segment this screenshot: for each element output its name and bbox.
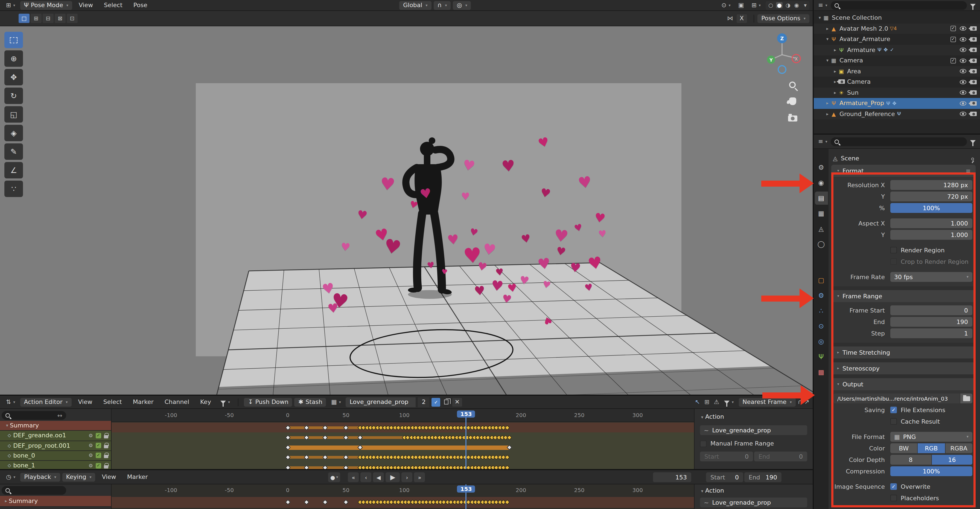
outliner-editor-icon[interactable]: ≡▾ (818, 2, 827, 9)
properties-editor-icon[interactable]: ≡▾ (818, 138, 827, 145)
properties-tab-particles[interactable]: ∴ (815, 304, 828, 318)
mode-dropdown[interactable]: ΨPose Mode▾ (20, 1, 72, 10)
channel-row-bone-0[interactable]: ◇bone_0⚙✓ (0, 451, 111, 461)
hide-eye-icon[interactable] (960, 91, 966, 95)
new-action-copy-icon[interactable] (444, 399, 449, 404)
render-camera-icon[interactable] (970, 101, 977, 105)
tool-move[interactable]: ✥ (5, 69, 23, 85)
current-frame-field[interactable]: 153 (653, 472, 691, 482)
render-camera-icon[interactable] (970, 27, 977, 31)
frame-end-field[interactable]: End190 (744, 472, 781, 482)
play-reverse-button[interactable]: ◀ (373, 472, 384, 482)
properties-tab-modifiers[interactable]: ⚙ (815, 289, 828, 302)
channel-enable-checkbox[interactable]: ✓ (96, 453, 101, 458)
lock-icon[interactable] (104, 435, 108, 439)
keyframe[interactable] (343, 425, 348, 430)
keyframe[interactable] (343, 455, 348, 460)
channel-row-def-greande-oo1[interactable]: ◇DEF_greande.oo1⚙✓ (0, 431, 111, 441)
channel-row-def-prop-root-001[interactable]: ◇DEF_prop_root.001⚙✓ (0, 441, 111, 451)
dopesheet-editor-icon[interactable]: ⇅▾ (3, 399, 18, 405)
keyframe[interactable] (322, 435, 328, 440)
driver-icon[interactable]: ⚙ (89, 453, 93, 458)
outliner-row-sun[interactable]: ▸☀Sun (814, 87, 980, 98)
dopesheet-mode-dropdown[interactable]: Action Editor▾ (20, 397, 72, 406)
select-mode-2[interactable]: ⊟ (43, 14, 54, 23)
snapping-dropdown[interactable]: ∩▾ (433, 1, 450, 10)
stash-button[interactable]: ✱Stash (294, 397, 326, 406)
keyframe[interactable] (507, 435, 512, 440)
zoom-button[interactable] (786, 79, 799, 91)
ds-filter-dropdown[interactable]: ▾ (218, 400, 233, 404)
tool-measure[interactable]: ∠ (5, 162, 23, 179)
lock-icon[interactable] (104, 455, 108, 458)
channel-row-summary[interactable]: ▾Summary (0, 421, 111, 431)
keyframe[interactable] (304, 425, 309, 430)
push-down-button[interactable]: ↧Push Down (244, 397, 292, 406)
tl-action-panel-header[interactable]: ▾ Action (700, 487, 807, 494)
timeline-editor-icon[interactable]: ◷▾ (3, 474, 18, 480)
render-camera-icon[interactable] (970, 48, 977, 52)
ds-menu-key[interactable]: Key (196, 399, 215, 405)
pose-options-dropdown[interactable]: Pose Options▾ (757, 14, 810, 23)
shading-wireframe-icon[interactable]: ○ (767, 2, 774, 8)
disclosure-caret[interactable]: ▸ (832, 90, 838, 95)
navigation-gizmo[interactable]: Z X Y (761, 31, 803, 75)
properties-tab-constraints[interactable]: ◎ (815, 335, 828, 348)
outliner-filter-icon[interactable] (970, 3, 975, 7)
keyframe[interactable] (357, 435, 363, 440)
pivot-point-dropdown[interactable]: ⊙▾ (719, 2, 733, 9)
show-gizmo-toggle[interactable]: ▣ (735, 2, 747, 9)
hide-eye-icon[interactable] (960, 101, 966, 105)
action-browse-dropdown[interactable]: ▦▾ (328, 399, 344, 405)
disclosure-caret[interactable]: ▾ (817, 16, 822, 21)
mirror-x-toggle[interactable]: X (737, 14, 747, 23)
sidebar-start-field[interactable]: Start0 (700, 452, 753, 461)
keyframe[interactable] (285, 465, 290, 469)
pin-icon[interactable] (971, 157, 974, 160)
outliner-search-input[interactable] (830, 1, 967, 10)
ds-pointer-icon[interactable]: ↖ (695, 399, 700, 405)
keyframe[interactable] (322, 499, 328, 505)
3d-viewport[interactable]: ♥♥♥♥♥♥♥♥♥♥♥♥♥♥♥♥♥♥♥♥♥♥♥♥♥♥♥♥♥♥♥♥♥♥♥♥♥♥♥♥… (0, 26, 813, 395)
properties-tab-texture[interactable]: ▩ (815, 365, 828, 379)
editor-type-icon[interactable]: ⊞▾ (3, 2, 18, 9)
playback-dropdown[interactable]: Playback▾ (20, 472, 60, 481)
tool-breakdowner[interactable]: ∵ (5, 180, 23, 197)
shading-rendered-icon[interactable]: ◉ (793, 2, 800, 8)
hide-eye-icon[interactable] (960, 27, 966, 31)
channel-enable-checkbox[interactable]: ✓ (96, 463, 101, 468)
properties-tab-view-layer[interactable]: ▦ (815, 207, 828, 220)
keyframe[interactable] (304, 465, 309, 469)
outliner-row-armature-prop[interactable]: ▸ΨArmature_PropΨ✥ (814, 98, 980, 109)
auto-keying-button[interactable]: ●▾ (328, 472, 340, 482)
lock-icon[interactable] (104, 445, 108, 448)
keyframe[interactable] (504, 465, 510, 469)
keyframe[interactable] (343, 435, 348, 440)
outliner-row-ground-reference[interactable]: ▸▲Ground_ReferenceΨ (814, 109, 980, 119)
exclude-checkbox[interactable]: ✓ (950, 26, 956, 32)
outliner-row-camera[interactable]: ▸Camera (814, 77, 980, 87)
outliner-row-scene-collection[interactable]: ▾▦Scene Collection (814, 13, 980, 23)
keyframe[interactable] (285, 499, 290, 505)
timeline-summary-lane[interactable] (111, 497, 694, 508)
tool-scale[interactable]: ◱ (5, 106, 23, 123)
tl-menu-marker[interactable]: Marker (123, 474, 152, 480)
key-lane-def-prop-root-001[interactable] (111, 442, 694, 453)
disclosure-caret[interactable]: ▸ (832, 69, 838, 74)
hide-eye-icon[interactable] (960, 112, 966, 116)
ds-menu-view[interactable]: View (74, 399, 97, 405)
fake-user-shield-toggle[interactable]: ✓ (432, 397, 441, 406)
exclude-checkbox[interactable]: ✓ (950, 58, 956, 64)
play-button[interactable]: ▶ (386, 472, 400, 482)
channel-enable-checkbox[interactable]: ✓ (96, 443, 101, 448)
outliner-row-camera[interactable]: ▾▦Camera✓ (814, 55, 980, 66)
keyframe[interactable] (504, 455, 510, 460)
jump-to-start-button[interactable]: « (348, 472, 359, 482)
properties-tab-data[interactable]: Ψ (815, 350, 828, 364)
menu-select[interactable]: Select (100, 2, 127, 9)
keyframe[interactable] (304, 499, 309, 505)
playhead[interactable] (466, 415, 467, 469)
key-lane-bone-1[interactable] (111, 463, 694, 469)
prev-keyframe-button[interactable]: ‹ (361, 472, 372, 482)
unlink-action-button[interactable]: ✕ (453, 397, 462, 406)
